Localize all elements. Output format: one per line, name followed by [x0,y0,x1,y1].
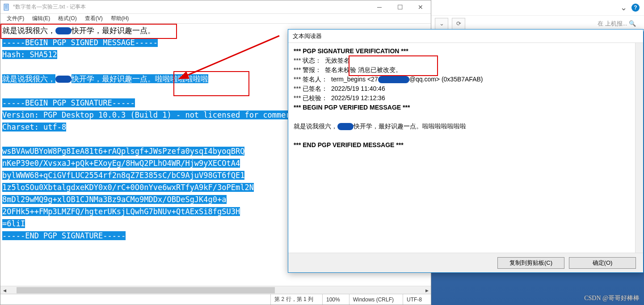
menu-format[interactable]: 格式(O) [55,14,80,23]
scroll-right-icon[interactable]: ▸ [423,286,431,294]
redacted-icon [55,76,72,83]
status-position: 第 2 行，第 1 列 [270,294,322,305]
menubar: 文件(F) 编辑(E) 格式(O) 查看(V) 帮助(H) [0,14,431,24]
redacted-icon [337,123,354,130]
refresh-icon[interactable]: ⟳ [452,18,465,30]
menu-help[interactable]: 帮助(H) [107,14,133,23]
status-line: *** 状态： 无效签名 [294,56,638,65]
menu-file[interactable]: 文件(F) [3,14,28,23]
window-title: *数字签名—实验三.txt - 记事本 [13,3,369,11]
end-marker: *** END PGP VERIFIED MESSAGE *** [294,140,638,150]
signed-line: *** 已签名： 2022/5/19 11:40:46 [294,84,638,93]
redacted-icon [378,76,409,83]
explorer-toolbar: ⌄ ? ⌄ ⟳ 在 上机报... 🔍 [431,0,644,31]
status-eol: Windows (CRLF) [349,294,403,305]
horizontal-scrollbar[interactable]: ◂ ▸ [0,286,431,294]
statusbar: 第 2 行，第 1 列 100% Windows (CRLF) UTF-8 [0,294,431,305]
svg-rect-0 [4,4,8,10]
ok-button[interactable]: 确定(O) [569,257,636,269]
scroll-thumb[interactable] [17,287,275,293]
minimize-button[interactable]: ─ [369,0,390,14]
watermark: CSDN @哥哥好棒棒 [584,294,640,302]
signer-line: *** 签名人： term_begins <27@qq.com> (0x35B7… [294,75,638,84]
menu-view[interactable]: 查看(V) [81,14,106,23]
copy-clipboard-button[interactable]: 复制到剪贴板(C) [497,257,564,269]
help-icon[interactable]: ? [631,4,640,12]
scroll-left-icon[interactable]: ◂ [0,286,8,294]
begin-marker: *** BEGIN PGP VERIFIED MESSAGE *** [294,103,638,112]
chevron-down-icon[interactable]: ⌄ [620,3,627,13]
status-zoom: 100% [322,294,349,305]
search-input[interactable]: 在 上机报... 🔍 [469,20,640,28]
maximize-button[interactable]: ☐ [390,0,410,14]
vertical-scrollbar[interactable] [635,43,643,253]
verification-header: *** PGP SIGNATURE VERIFICATION *** [294,47,638,56]
nav-chevron-icon[interactable]: ⌄ [435,18,448,30]
dialog-title: 文本阅读器 [288,30,643,43]
text-reader-dialog: 文本阅读器 *** PGP SIGNATURE VERIFICATION ***… [288,29,644,273]
notepad-icon [3,4,10,11]
status-encoding: UTF-8 [403,294,431,305]
close-button[interactable]: ✕ [410,0,431,14]
verified-line: *** 已校验： 2022/5/19 12:12:36 [294,93,638,103]
titlebar: *数字签名—实验三.txt - 记事本 ─ ☐ ✕ [0,0,431,14]
verified-message: 就是说我很六，快开学，最好识趣一点。啦啦啦啦啦啦啦 [294,122,638,131]
dialog-buttons: 复制到剪贴板(C) 确定(O) [288,253,643,272]
dialog-body[interactable]: *** PGP SIGNATURE VERIFICATION *** *** 状… [288,43,643,253]
redacted-icon [55,27,72,34]
menu-edit[interactable]: 编辑(E) [29,14,54,23]
alert-line: *** 警报： 签名未校验 消息已被改变。 [294,65,638,75]
